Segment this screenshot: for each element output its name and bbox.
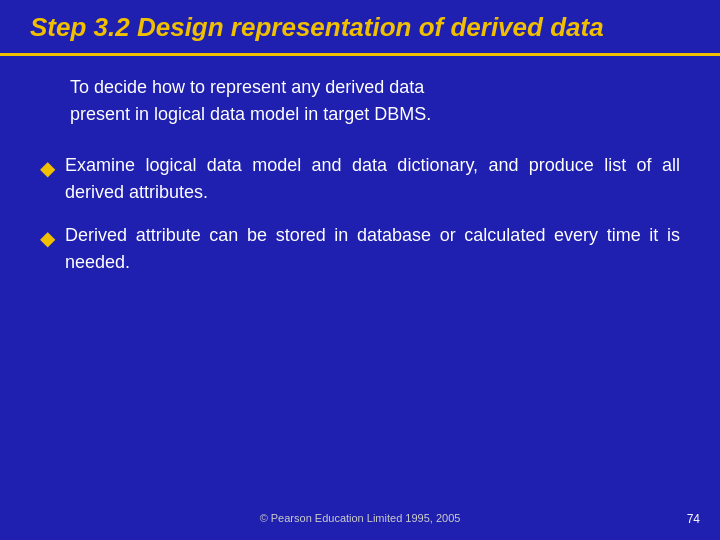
footer: © Pearson Education Limited 1995, 2005: [0, 508, 720, 526]
intro-line2: present in logical data model in target …: [70, 104, 431, 124]
slide: Step 3.2 Design representation of derive…: [0, 0, 720, 540]
content-area: To decide how to represent any derived d…: [0, 74, 720, 276]
bullet-diamond-2: ◆: [40, 223, 55, 253]
bullet-text-2: Derived attribute can be stored in datab…: [65, 222, 680, 276]
bullet-item-1: ◆ Examine logical data model and data di…: [40, 152, 680, 206]
intro-paragraph: To decide how to represent any derived d…: [70, 74, 680, 128]
bullet-item-2: ◆ Derived attribute can be stored in dat…: [40, 222, 680, 276]
title-bar: Step 3.2 Design representation of derive…: [0, 0, 720, 56]
bullet-text-1: Examine logical data model and data dict…: [65, 152, 680, 206]
bullet-diamond-1: ◆: [40, 153, 55, 183]
footer-text: © Pearson Education Limited 1995, 2005: [260, 512, 461, 524]
page-number: 74: [687, 512, 700, 526]
slide-title: Step 3.2 Design representation of derive…: [30, 12, 604, 42]
intro-line1: To decide how to represent any derived d…: [70, 77, 424, 97]
